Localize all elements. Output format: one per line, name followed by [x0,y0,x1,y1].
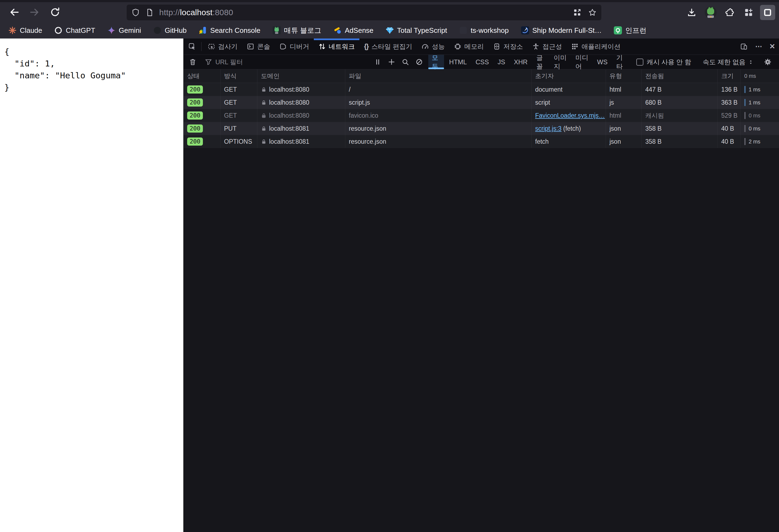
tab-inspector[interactable]: 검사기 [203,39,242,55]
status-badge: 200 [187,137,203,145]
apps-grid-button[interactable] [741,5,756,20]
status-badge: 200 [187,85,203,93]
separator [201,42,201,51]
browser-toolbar: http://localhost:8080 [0,2,779,22]
memory-chip-icon [454,43,461,50]
responsive-mode-button[interactable] [736,39,751,55]
bookmark-blog[interactable]: 매튜 블로그 [272,26,321,35]
column-size[interactable]: 크기 [718,69,741,83]
initiator-link[interactable]: FaviconLoader.sys.mjs… [535,112,605,119]
request-row[interactable]: 200 OPTIONS localhost:8081 resource.json… [184,135,779,148]
lock-icon [261,139,266,144]
filter-xhr[interactable]: XHR [511,55,531,69]
size-cell: 363 B [718,96,741,109]
more-icon: ⋯ [755,42,762,51]
filter-all[interactable]: 모두 [428,55,444,69]
file-cell: resource.json [345,122,532,135]
ts-workshop-icon [459,26,468,35]
reload-button[interactable] [48,5,62,19]
status-cell: 200 [184,96,221,109]
bookmark-inflearn[interactable]: 인프런 [613,26,646,35]
request-row[interactable]: 200 GET localhost:8080 / document html 4… [184,83,779,96]
filter-css[interactable]: CSS [472,55,492,69]
back-button[interactable] [7,5,22,19]
filter-ws[interactable]: WS [594,55,611,69]
column-file[interactable]: 파일 [345,69,532,83]
tab-application[interactable]: 애플리케이션 [566,39,625,55]
filter-images[interactable]: 이미지 [550,55,570,69]
new-request-button[interactable] [384,55,399,69]
plus-icon [388,58,395,66]
account-button[interactable] [703,5,718,20]
devtools-close-button[interactable]: ✕ [766,39,779,55]
search-button[interactable] [399,55,412,69]
tab-debugger[interactable]: 디버거 [275,39,314,55]
column-type[interactable]: 유형 [606,69,642,83]
size-cell: 40 B [718,122,741,135]
initiator-link[interactable]: script.js:3 [535,125,561,132]
timing-cell: 0 ms [741,122,779,135]
tab-memory[interactable]: 메모리 [450,39,488,55]
column-domain[interactable]: 도메인 [257,69,345,83]
request-row[interactable]: 200 GET localhost:8080 script.js script … [184,96,779,109]
file-cell: / [345,83,532,96]
extensions-button[interactable] [722,5,737,20]
shield-icon[interactable] [131,8,140,16]
clear-requests-button[interactable] [186,55,200,69]
bookmark-ts-workshop[interactable]: ts-workshop [459,26,508,35]
tab-style-editor[interactable]: {} 스타일 편집기 [359,39,417,55]
timing-cell: 0 ms [741,109,779,122]
bookmark-total-typescript[interactable]: Total TypeScript [385,26,447,35]
disable-cache-checkbox[interactable] [636,59,643,66]
initiator-cell: FaviconLoader.sys.mjs… [532,109,606,122]
bookmark-search-console[interactable]: Search Console [198,26,260,35]
filter-fonts[interactable]: 글꼴 [533,55,548,69]
bookmark-adsense[interactable]: AdSense [333,26,373,35]
filter-html[interactable]: HTML [446,55,470,69]
request-row[interactable]: 200 GET localhost:8080 favicon.ico Favic… [184,109,779,122]
column-initiator[interactable]: 초기자 [532,69,606,83]
throttling-dropdown[interactable]: 속도 제한 없음 [699,58,757,66]
devtools-menu-button[interactable]: ⋯ [751,39,766,55]
bookmark-star-icon[interactable] [588,8,596,16]
bookmark-claude[interactable]: Claude [8,26,42,35]
tab-storage[interactable]: 저장소 [488,39,528,55]
block-request-button[interactable] [412,55,426,69]
column-status[interactable]: 상태 [184,69,221,83]
column-timing[interactable]: 0 ms [741,69,779,83]
method-cell: GET [221,96,257,109]
url-filter-input[interactable] [215,58,367,66]
downloads-button[interactable] [684,5,699,20]
bookmark-ship-modern[interactable]: Ship Modern Full-St… [521,26,602,35]
tab-performance[interactable]: 성능 [417,39,450,55]
file-cell: script.js [345,96,532,109]
network-settings-button[interactable] [761,55,775,69]
url-bar[interactable]: http://localhost:8080 [127,5,601,20]
gear-icon [764,58,771,66]
bookmark-github[interactable]: GitHub [153,26,187,35]
pick-element-button[interactable] [185,39,200,55]
disable-cache-control[interactable]: 캐시 사용 안 함 [632,58,696,66]
tab-console[interactable]: 콘솔 [242,39,275,55]
tile-windows-icon[interactable] [573,8,581,16]
request-row[interactable]: 200 PUT localhost:8081 resource.json scr… [184,122,779,135]
blog-dragon-icon [272,26,281,35]
filter-js[interactable]: JS [494,55,509,69]
storage-icon [493,43,500,50]
bookmark-chatgpt[interactable]: ChatGPT [54,26,95,35]
inspector-icon [208,43,215,50]
block-icon [416,58,423,66]
column-transferred[interactable]: 전송됨 [642,69,718,83]
tab-accessibility[interactable]: 접근성 [528,39,566,55]
forward-button[interactable] [27,5,42,19]
column-method[interactable]: 방식 [221,69,257,83]
filter-other[interactable]: 기타 [613,55,628,69]
tab-network[interactable]: 네트워크 [314,39,359,55]
console-icon [247,43,254,50]
page-info-icon[interactable] [146,8,154,16]
braces-icon: {} [364,42,368,51]
sidebar-toggle-button[interactable] [760,5,775,20]
filter-media[interactable]: 미디어 [572,55,592,69]
pause-traffic-button[interactable] [371,55,384,69]
bookmark-gemini[interactable]: Gemini [107,26,141,35]
